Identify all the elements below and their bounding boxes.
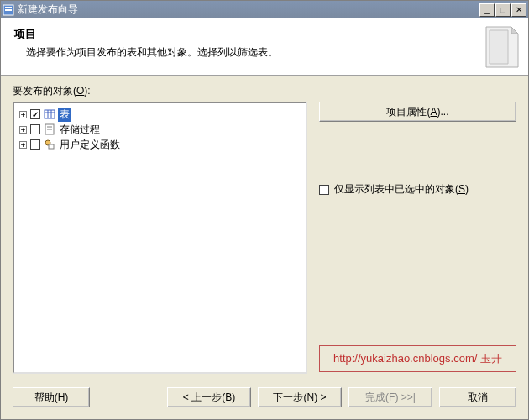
article-properties-button[interactable]: 项目属性(A)... [319, 102, 516, 122]
finish-button[interactable]: 完成(F) >>| [348, 387, 432, 407]
tree-label: 用户定义函数 [58, 138, 122, 152]
func-icon [44, 139, 55, 150]
tree-label: 表 [58, 108, 71, 122]
tree-item[interactable]: +表 [16, 107, 304, 122]
table-icon [44, 108, 55, 120]
tree-item[interactable]: +存储过程 [16, 122, 304, 137]
header-graphic-icon [481, 24, 521, 71]
help-button[interactable]: 帮助(H) [13, 387, 90, 407]
titlebar: 新建发布向导 _ □ ✕ [1, 1, 528, 18]
svg-marker-5 [490, 30, 508, 64]
svg-rect-6 [45, 110, 55, 118]
svg-rect-14 [49, 144, 54, 149]
checkbox-label: 仅显示列表中已选中的对象(S) [334, 182, 469, 197]
expand-icon[interactable]: + [19, 126, 27, 134]
checkbox-icon [319, 185, 329, 195]
wizard-footer: 帮助(H) < 上一步(B) 下一步(N) > 完成(F) >>| 取消 [1, 379, 528, 419]
app-icon [3, 4, 14, 16]
wizard-body: 要发布的对象(O): +表+存储过程+用户定义函数 项目属性(A)... 仅显示… [1, 76, 528, 379]
svg-rect-2 [5, 9, 12, 11]
minimize-button[interactable]: _ [479, 3, 495, 17]
objects-tree[interactable]: +表+存储过程+用户定义函数 [13, 102, 307, 374]
close-button[interactable]: ✕ [511, 3, 526, 17]
svg-rect-1 [5, 7, 12, 8]
back-button[interactable]: < 上一步(B) [167, 387, 251, 407]
expand-icon[interactable]: + [19, 141, 27, 149]
window-title: 新建发布向导 [18, 3, 78, 17]
svg-marker-4 [511, 27, 518, 34]
tree-item[interactable]: +用户定义函数 [16, 137, 304, 152]
wizard-header: 项目 选择要作为项目发布的表和其他对象。选择列以筛选表。 [1, 18, 528, 76]
page-subtitle: 选择要作为项目发布的表和其他对象。选择列以筛选表。 [26, 45, 515, 60]
show-checked-only-checkbox[interactable]: 仅显示列表中已选中的对象(S) [319, 182, 516, 197]
tree-checkbox[interactable] [30, 139, 40, 150]
proc-icon [44, 123, 55, 135]
next-button[interactable]: 下一步(N) > [258, 387, 342, 407]
page-title: 项目 [14, 27, 515, 42]
objects-label: 要发布的对象(O): [13, 84, 516, 98]
watermark-box: http://yukaizhao.cnblogs.com/ 玉开 [319, 345, 516, 372]
wizard-window: 新建发布向导 _ □ ✕ 项目 选择要作为项目发布的表和其他对象。选择列以筛选表… [0, 0, 529, 420]
tree-checkbox[interactable] [30, 124, 40, 134]
tree-checkbox[interactable] [30, 109, 40, 119]
tree-label: 存储过程 [58, 123, 102, 137]
expand-icon[interactable]: + [19, 111, 27, 118]
cancel-button[interactable]: 取消 [439, 387, 516, 407]
maximize-button[interactable]: □ [495, 3, 511, 17]
